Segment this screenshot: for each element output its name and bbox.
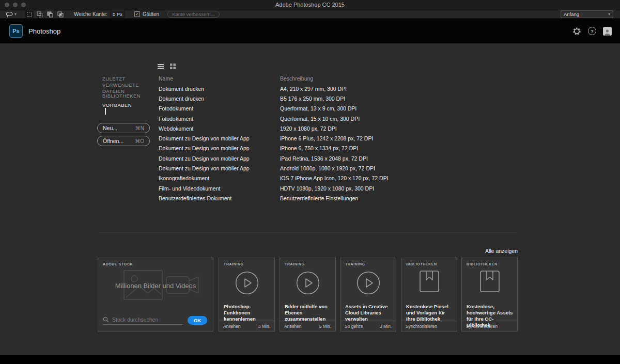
card-title: Bilder mithilfe von Ebenen zusammenstell… [285,304,333,322]
card-footer: Ansehen 3 Min. [219,321,274,331]
sidebar-item-recent-files[interactable]: ZULETZT VERWENDETE DATEIEN [102,76,153,94]
card-action-label: So geht's [345,324,363,329]
add-selection-icon [37,11,43,18]
preset-name: Ikonografiedokument [159,175,280,181]
preset-name: Webdokument [159,125,280,132]
account-avatar[interactable] [603,27,612,36]
intersect-selection-icon [57,11,64,18]
card-category-label: TRAINING [345,262,365,266]
tool-preset-picker[interactable]: ▾ [5,11,17,18]
list-view-button[interactable] [158,64,164,69]
card-title: Assets in Creative Cloud Libraries verwa… [345,304,393,322]
sidebar-item-presets[interactable]: VORGABEN [102,102,153,108]
preset-name: Dokument zu Design von mobiler App [159,155,280,162]
open-document-button[interactable]: Öffnen... ⌘O [97,136,150,146]
antialias-label: Glätten [143,11,159,17]
promo-card-training-3[interactable]: TRAINING Assets in Creative Cloud Librar… [340,258,396,331]
preset-name: Fotodokument [159,105,280,112]
preset-name: Dokument drucken [159,96,280,102]
preset-row[interactable]: Benutzerdefiniertes DokumentBenutzerdefi… [159,193,520,203]
checkmark-icon: ✓ [135,12,139,17]
preset-row[interactable]: FotodokumentQuerformat, 13 x 9 cm, 300 D… [159,104,520,114]
card-title: Photoshop-Funktionen kennenlernen [224,304,272,322]
preset-description: iPad Retina, 1536 x 2048 px, 72 DPI [280,155,520,162]
card-action-label: Ansehen [223,324,241,329]
preset-row[interactable]: Webdokument1920 x 1080 px, 72 DPI [159,123,520,133]
promo-card-training-2[interactable]: TRAINING Bilder mithilfe von Ebenen zusa… [280,258,336,331]
preset-name: Fotodokument [159,116,280,122]
app-name: Photoshop [28,27,60,35]
open-button-label: Öffnen... [103,138,123,144]
window-title: Adobe Photoshop CC 2015 [0,2,620,8]
sidebar-item-libraries[interactable]: BIBLIOTHEKEN [102,93,153,99]
header-icons: ? [572,27,612,36]
settings-button[interactable] [572,27,581,36]
subtract-selection-icon [47,11,53,18]
promo-card-training-1[interactable]: TRAINING Photoshop-Funktionen kennenlern… [219,258,275,331]
open-button-shortcut: ⌘O [135,138,144,144]
preset-description: B5 176 x 250 mm, 300 DPI [280,96,520,102]
preset-row[interactable]: Dokument zu Design von mobiler AppiPhone… [159,144,520,153]
card-action-label: Synchronisieren [466,324,498,329]
preset-description: A4, 210 x 297 mm, 300 DPI [280,86,520,92]
preset-description: Android 1080p, 1080 x 1920 px, 72 DPI [280,165,520,171]
promo-card-libraries-1[interactable]: BIBLIOTHEKEN Kostenlose Pinsel und Vorla… [401,258,457,331]
antialias-checkbox[interactable]: ✓ [134,11,140,17]
preset-row[interactable]: Dokument zu Design von mobiler AppAndroi… [159,163,520,173]
preset-description: iPhone 6 Plus, 1242 x 2208 px, 72 DPI [280,135,520,141]
workspace-value: Anfang [564,11,579,17]
card-action-label: Synchronisieren [406,324,437,329]
intersect-selection-button[interactable] [56,11,65,18]
preset-row[interactable]: Dokument druckenB5 176 x 250 mm, 300 DPI [159,93,520,103]
options-bar: ▾ Weiche Kante: 0 Px ✓ Glätten Kante ver… [0,10,620,19]
preset-row[interactable]: Dokument zu Design von mobiler AppiPad R… [159,153,520,163]
preset-row[interactable]: Dokument druckenA4, 210 x 297 mm, 300 DP… [159,84,520,93]
new-selection-button[interactable] [25,11,34,18]
new-document-button[interactable]: Neu... ⌘N [97,123,150,133]
library-bookmark-icon [462,271,517,292]
show-all-link[interactable]: Alle anzeigen [466,248,518,254]
preset-description: Querformat, 13 x 9 cm, 300 DPI [280,105,520,112]
preset-name: Benutzerdefiniertes Dokument [159,195,280,201]
stock-search-field [103,316,183,325]
preset-name: Dokument zu Design von mobiler App [159,145,280,151]
preset-description: Querformat, 15 x 10 cm, 300 DPI [280,116,520,122]
adobe-stock-card: ADOBE STOCK Millionen Bilder und Videos … [98,258,213,331]
add-to-selection-button[interactable] [36,11,44,18]
library-bookmark-icon [401,271,457,292]
promo-card-libraries-2[interactable]: BIBLIOTHEKEN Kostenlose, hochwertige Ass… [461,258,518,331]
selection-mode-group [25,11,65,18]
list-view-icon [158,64,164,69]
subtract-from-selection-button[interactable] [46,11,54,18]
preset-row[interactable]: FotodokumentQuerformat, 15 x 10 cm, 300 … [159,114,520,123]
preset-description: iPhone 6, 750 x 1334 px, 72 DPI [280,145,520,151]
workspace-switcher[interactable]: Anfang ▾ [561,10,613,18]
feather-label: Weiche Kante: [74,11,107,17]
card-footer: Synchronisieren [401,321,457,331]
grid-view-button[interactable] [170,64,176,69]
refine-edge-button[interactable]: Kante verbessern... [167,11,219,18]
preset-description: HDTV 1080p, 1920 x 1080 px, 300 DPI [280,185,520,192]
preset-row[interactable]: Dokument zu Design von mobiler AppiPhone… [159,133,520,143]
card-duration-label: 3 Min. [258,324,270,329]
preset-name: Dokument zu Design von mobiler App [159,165,280,171]
preset-row[interactable]: Film- und VideodokumentHDTV 1080p, 1920 … [159,183,520,193]
card-category-label: BIBLIOTHEKEN [406,262,437,266]
card-title: Kostenlose Pinsel und Vorlagen für Ihre … [406,304,454,322]
preset-name: Dokument zu Design von mobiler App [159,135,280,141]
card-category-label: BIBLIOTHEKEN [467,262,498,266]
preset-name: Film- und Videodokument [159,185,280,192]
card-footer: Synchronisieren [462,321,517,331]
grid-view-icon [170,64,176,69]
preset-description: 1920 x 1080 px, 72 DPI [280,125,520,132]
play-icon [280,271,335,295]
gear-icon [572,27,581,36]
preset-name: Dokument drucken [159,86,280,92]
stock-search-input[interactable] [112,316,178,323]
preset-row[interactable]: IkonografiedokumentiOS 7 iPhone App Icon… [159,173,520,183]
stock-ok-button[interactable]: OK [188,316,207,325]
card-footer: So geht's 3 Min. [340,321,396,331]
feather-input[interactable]: 0 Px [110,11,125,18]
active-section-indicator [105,108,106,115]
help-button[interactable]: ? [588,27,596,35]
